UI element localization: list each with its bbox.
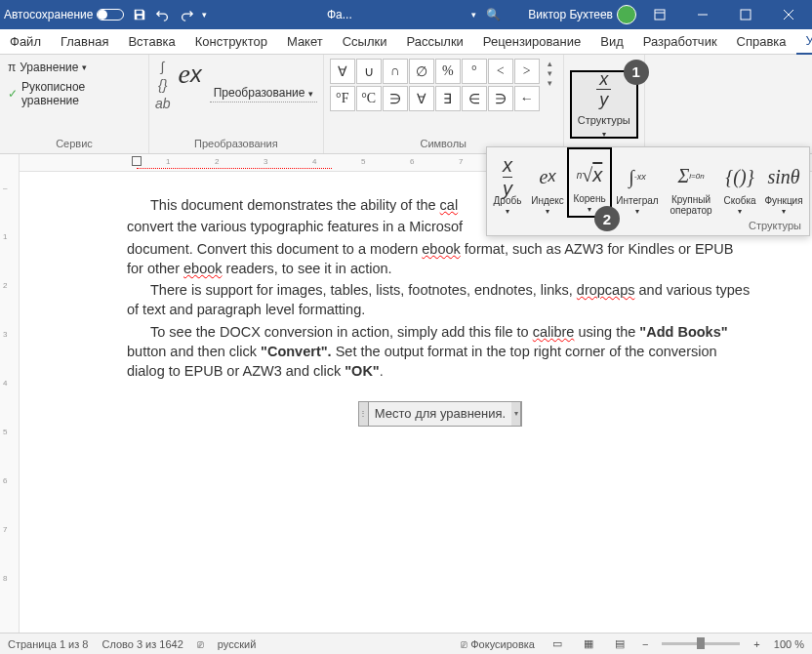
symbol-button[interactable]: ∪ [356,59,382,84]
equation-button[interactable]: πУравнение▾ [6,59,142,76]
search-icon[interactable]: 🔍 [486,8,501,21]
tab-developer[interactable]: Разработчик [633,29,727,55]
eq-handle-right[interactable]: ▾ [511,402,521,426]
latex-icon[interactable]: {} [158,77,167,93]
ribbon: πУравнение▾ ✓Рукописное уравнение Сервис… [0,55,812,154]
statusbar: Страница 1 из 8 Слово 3 из 1642 ⎚ русски… [0,633,812,654]
symbol-button[interactable]: ∀ [330,59,355,84]
symbol-button[interactable]: ← [514,86,540,111]
view-read-icon[interactable]: ▭ [548,636,566,652]
autosave-label: Автосохранение [4,8,93,21]
user-name[interactable]: Виктор Бухтеев [528,8,613,21]
transform-dropdown[interactable]: Преобразование ▾ [210,84,317,102]
save-icon[interactable] [132,7,147,22]
tab-insert[interactable]: Вставка [118,29,184,55]
titlebar: Автосохранение ▾ Фа... ▾ 🔍 Виктор Бухтее… [0,0,812,29]
root-button[interactable]: n√xКорень▾ 2 [567,147,612,218]
symbol-button[interactable]: ∃ [435,86,461,111]
status-spellcheck-icon[interactable]: ⎚ [197,638,204,650]
flyout-footer: Структуры [487,218,809,235]
avatar[interactable] [617,5,636,24]
autosave-toggle[interactable]: Автосохранение [4,8,124,21]
symbol-button[interactable]: ∋ [383,86,408,111]
group-service-label: Сервис [6,136,142,149]
function-button[interactable]: sinθФункция▾ [760,147,807,218]
eq-placeholder-text[interactable]: Место для уравнения. [369,402,511,426]
status-page[interactable]: Страница 1 из 8 [8,638,88,650]
status-focus[interactable]: ⎚ Фокусировка [461,638,535,650]
tab-view[interactable]: Вид [590,29,633,55]
bracket-button[interactable]: {()}Скобка▾ [719,147,760,218]
tab-mailings[interactable]: Рассылки [396,29,472,55]
symbol-button[interactable]: ° [462,59,487,84]
undo-icon[interactable] [155,7,171,22]
tab-file[interactable]: Файл [0,29,51,55]
tab-references[interactable]: Ссылки [333,29,397,55]
tab-equation[interactable]: Уравнение [796,29,812,55]
symbol-button[interactable]: < [488,59,513,84]
tab-help[interactable]: Справка [727,29,796,55]
integral-button[interactable]: ∫-xxИнтеграл▾ [612,147,663,218]
svg-rect-0 [655,10,665,20]
group-transform-label: Преобразования [155,136,317,149]
symbol-button[interactable]: ∋ [488,86,513,111]
vertical-ruler[interactable]: –12345678 [0,154,20,634]
status-zoom[interactable]: 100 % [774,638,804,650]
equation-placeholder[interactable]: ⋮ Место для уравнения. ▾ [127,401,753,427]
tab-design[interactable]: Конструктор [185,29,277,55]
symbol-button[interactable]: °F [330,86,355,111]
structures-flyout: xyДробь▾ exИндекс▾ n√xКорень▾ 2 ∫-xxИнте… [486,146,810,236]
tab-home[interactable]: Главная [51,29,118,55]
unicode-icon[interactable]: ∫ [161,59,165,74]
view-web-icon[interactable]: ▤ [611,636,629,652]
symbol-button[interactable]: °C [356,86,382,111]
index-button[interactable]: exИндекс▾ [528,147,567,218]
ex-icon[interactable]: ex [175,59,206,90]
minimize-icon[interactable] [683,1,722,28]
structures-button[interactable]: xy Структуры ▾ 1 [570,70,638,139]
svg-rect-3 [741,10,751,20]
tab-layout[interactable]: Макет [277,29,333,55]
symbol-button[interactable]: ∀ [409,86,434,111]
symbol-button[interactable]: % [435,59,461,84]
ink-equation-button[interactable]: ✓Рукописное уравнение [6,78,142,109]
redo-icon[interactable] [179,7,194,22]
view-print-icon[interactable]: ▦ [580,636,597,652]
zoom-slider[interactable] [662,642,740,645]
bigop-button[interactable]: Σi=0nКрупный оператор [663,147,719,218]
close-icon[interactable] [769,1,808,28]
ribbon-tabs: Файл Главная Вставка Конструктор Макет С… [0,29,812,55]
symbol-button[interactable]: ∈ [462,86,487,111]
eq-handle-left[interactable]: ⋮ [359,402,369,426]
callout-2: 2 [594,206,620,231]
symbols-grid: ∀∪∩∅%°<> °F°C∋∀∃∈∋← [330,59,540,111]
zoom-in-icon[interactable]: + [753,638,759,650]
ruler-tab-icon[interactable] [132,156,142,166]
text-icon[interactable]: ab [155,96,171,111]
status-lang[interactable]: русский [218,638,256,650]
autosave-switch[interactable] [97,9,124,20]
document-title: Фа... [207,8,471,21]
status-words[interactable]: Слово 3 из 1642 [102,638,183,650]
tab-review[interactable]: Рецензирование [473,29,590,55]
symbol-button[interactable]: > [514,59,540,84]
symbols-more[interactable]: ▾ [544,78,557,88]
symbol-button[interactable]: ∩ [383,59,408,84]
maximize-icon[interactable] [726,1,765,28]
symbol-button[interactable]: ∅ [409,59,434,84]
symbols-scroll-down[interactable]: ▾ [544,68,557,78]
ribbon-display-icon[interactable] [640,1,679,28]
zoom-out-icon[interactable]: − [642,638,648,650]
callout-1: 1 [624,60,649,85]
fraction-button[interactable]: xyДробь▾ [487,147,528,218]
symbols-scroll-up[interactable]: ▴ [544,59,557,68]
